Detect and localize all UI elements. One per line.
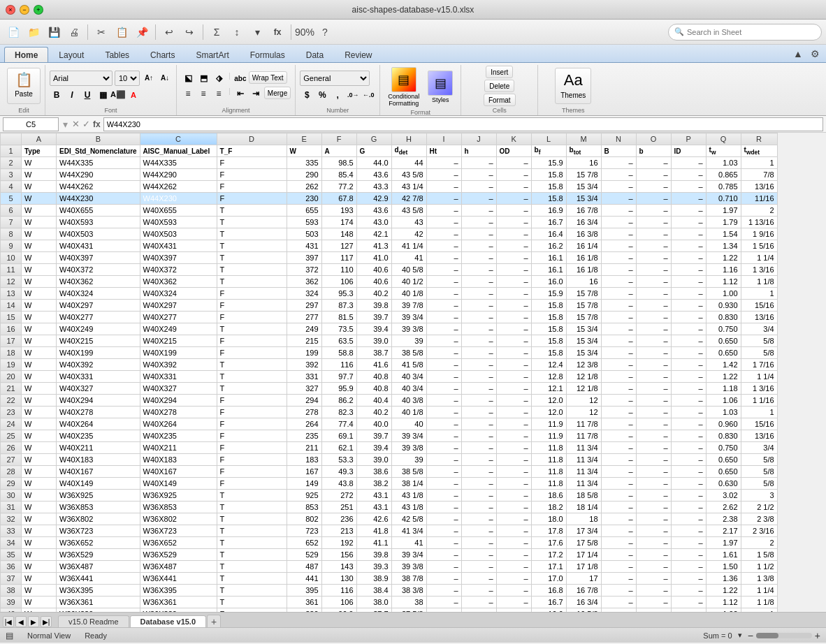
cell[interactable]: –: [426, 383, 461, 395]
cell[interactable]: –: [496, 335, 531, 347]
cell[interactable]: –: [601, 549, 636, 561]
cell[interactable]: 1.06: [706, 395, 741, 407]
cell[interactable]: 40 5/8: [391, 264, 426, 276]
cell[interactable]: W40X593: [140, 217, 217, 228]
cell[interactable]: –: [601, 252, 636, 264]
decrease-indent-btn[interactable]: ⇤: [233, 87, 247, 101]
cell[interactable]: –: [461, 252, 496, 264]
cell[interactable]: –: [426, 502, 461, 513]
cell[interactable]: 43.8: [321, 478, 356, 490]
cell[interactable]: W40X278: [57, 407, 140, 418]
cell[interactable]: –: [601, 264, 636, 276]
cell[interactable]: 1.34: [706, 240, 741, 252]
cell[interactable]: 1.36: [706, 573, 741, 585]
cell[interactable]: –: [601, 442, 636, 454]
cell[interactable]: 39.8: [356, 300, 391, 312]
cell[interactable]: W: [22, 466, 57, 478]
cell[interactable]: 38.2: [356, 478, 391, 490]
cell[interactable]: W: [22, 513, 57, 525]
cell[interactable]: 77.2: [321, 181, 356, 193]
cell[interactable]: –: [636, 240, 671, 252]
number-format-select[interactable]: General: [300, 71, 370, 86]
cell[interactable]: 278: [287, 407, 321, 418]
cell[interactable]: 38.7: [356, 347, 391, 359]
cell[interactable]: 2: [741, 537, 777, 549]
cell[interactable]: 12.0: [531, 395, 566, 407]
cell[interactable]: 11 7/8: [566, 430, 601, 442]
cell[interactable]: 16 7/8: [566, 205, 601, 217]
cell[interactable]: W44X230: [57, 193, 140, 205]
cell[interactable]: 15 7/8: [566, 312, 601, 323]
cell[interactable]: 3: [741, 490, 777, 502]
cell[interactable]: 1.22: [706, 585, 741, 597]
percent-btn[interactable]: %: [315, 88, 329, 102]
cell[interactable]: –: [671, 240, 706, 252]
cell[interactable]: 1: [741, 608, 777, 613]
cell[interactable]: –: [461, 561, 496, 573]
cell[interactable]: –: [671, 597, 706, 608]
cell[interactable]: 39 3/8: [391, 561, 426, 573]
cell[interactable]: 42 7/8: [391, 193, 426, 205]
cell[interactable]: T: [217, 549, 287, 561]
sheet-first-btn[interactable]: |◀: [3, 616, 14, 627]
cell[interactable]: –: [426, 442, 461, 454]
cell[interactable]: –: [426, 300, 461, 312]
cell[interactable]: –: [636, 157, 671, 169]
cell[interactable]: W40X324: [57, 288, 140, 300]
cell[interactable]: 42.6: [356, 513, 391, 525]
cell[interactable]: 40 3/4: [391, 383, 426, 395]
cell[interactable]: 42: [391, 228, 426, 240]
themes-btn[interactable]: Aa Themes: [555, 68, 591, 104]
cell[interactable]: 130: [321, 573, 356, 585]
cell[interactable]: 87.3: [321, 300, 356, 312]
cell[interactable]: 925: [287, 490, 321, 502]
cell[interactable]: T: [217, 490, 287, 502]
col-header-P[interactable]: P: [671, 133, 706, 145]
cell[interactable]: 0.785: [706, 181, 741, 193]
cell[interactable]: 230: [287, 193, 321, 205]
cell[interactable]: 41.8: [356, 525, 391, 537]
col-header-B[interactable]: B: [57, 133, 140, 145]
cell[interactable]: 1 1/8: [741, 276, 777, 288]
col-header-H[interactable]: H: [391, 133, 426, 145]
tab-review[interactable]: Review: [334, 47, 382, 62]
cell[interactable]: –: [496, 478, 531, 490]
cell[interactable]: W: [22, 181, 57, 193]
cell[interactable]: –: [496, 430, 531, 442]
cell[interactable]: –: [426, 240, 461, 252]
cell[interactable]: 193: [321, 205, 356, 217]
cell[interactable]: –: [601, 217, 636, 228]
cell[interactable]: –: [636, 312, 671, 323]
cell[interactable]: –: [671, 347, 706, 359]
cell[interactable]: –: [636, 502, 671, 513]
cell[interactable]: 11 3/4: [566, 478, 601, 490]
cell[interactable]: T: [217, 205, 287, 217]
cell[interactable]: W40X249: [140, 323, 217, 335]
cell[interactable]: 38 5/8: [391, 466, 426, 478]
cell[interactable]: 18: [566, 513, 601, 525]
cell[interactable]: 53.3: [321, 454, 356, 466]
cell[interactable]: 39.8: [356, 549, 391, 561]
col-header-N[interactable]: N: [601, 133, 636, 145]
cell[interactable]: –: [601, 169, 636, 181]
cell[interactable]: W: [22, 228, 57, 240]
cell[interactable]: –: [496, 513, 531, 525]
cell[interactable]: –: [426, 478, 461, 490]
cell[interactable]: W40X655: [140, 205, 217, 217]
cell[interactable]: 17.6: [531, 537, 566, 549]
cell[interactable]: –: [426, 217, 461, 228]
cell[interactable]: –: [636, 430, 671, 442]
cell[interactable]: 16.0: [531, 276, 566, 288]
cell[interactable]: 148: [321, 228, 356, 240]
cell[interactable]: –: [496, 418, 531, 430]
cell[interactable]: –: [426, 264, 461, 276]
cell[interactable]: W: [22, 549, 57, 561]
cell[interactable]: –: [671, 252, 706, 264]
cell[interactable]: 110: [321, 264, 356, 276]
cell[interactable]: F: [217, 312, 287, 323]
cell[interactable]: 3/4: [741, 323, 777, 335]
cell[interactable]: W44X335: [140, 157, 217, 169]
cut-button[interactable]: ✂: [92, 23, 110, 41]
cell[interactable]: 40.0: [356, 418, 391, 430]
cell[interactable]: 1 9/16: [741, 228, 777, 240]
